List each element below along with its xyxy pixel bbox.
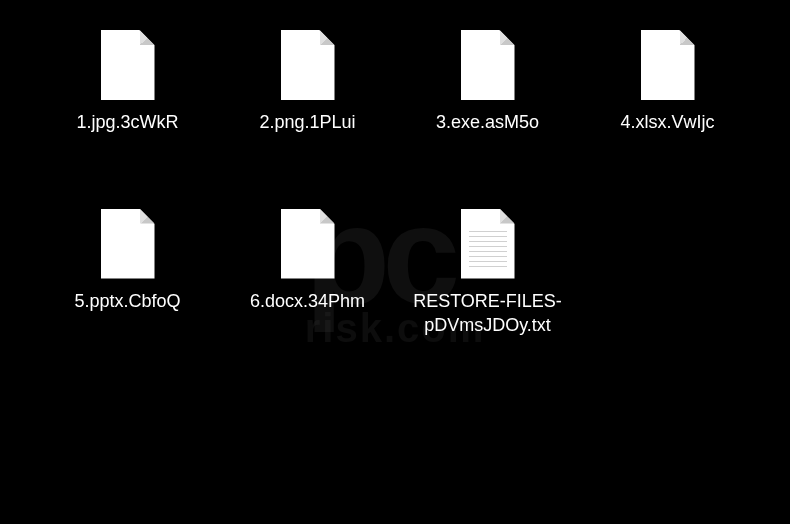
desktop-area: 1.jpg.3cWkR 2.png.1PLui 3.exe.asM5o 4.xl…	[0, 0, 790, 367]
file-icon	[281, 30, 335, 100]
file-item[interactable]: 5.pptx.CbfoQ	[50, 209, 205, 338]
file-label: 5.pptx.CbfoQ	[74, 289, 180, 313]
file-label: 2.png.1PLui	[259, 110, 355, 134]
file-icon	[281, 209, 335, 279]
text-file-icon	[461, 209, 515, 279]
file-label: RESTORE-FILES-pDVmsJDOy.txt	[410, 289, 565, 338]
file-icon	[101, 30, 155, 100]
file-item[interactable]: 2.png.1PLui	[230, 30, 385, 159]
file-item[interactable]: 3.exe.asM5o	[410, 30, 565, 159]
file-item[interactable]: 4.xlsx.VwIjc	[590, 30, 745, 159]
file-label: 3.exe.asM5o	[436, 110, 539, 134]
file-label: 1.jpg.3cWkR	[76, 110, 178, 134]
file-label: 4.xlsx.VwIjc	[620, 110, 714, 134]
file-icon	[641, 30, 695, 100]
file-label: 6.docx.34Phm	[250, 289, 365, 313]
file-item[interactable]: 6.docx.34Phm	[230, 209, 385, 338]
file-icon	[461, 30, 515, 100]
file-icon	[101, 209, 155, 279]
file-item[interactable]: 1.jpg.3cWkR	[50, 30, 205, 159]
file-item[interactable]: RESTORE-FILES-pDVmsJDOy.txt	[410, 209, 565, 338]
